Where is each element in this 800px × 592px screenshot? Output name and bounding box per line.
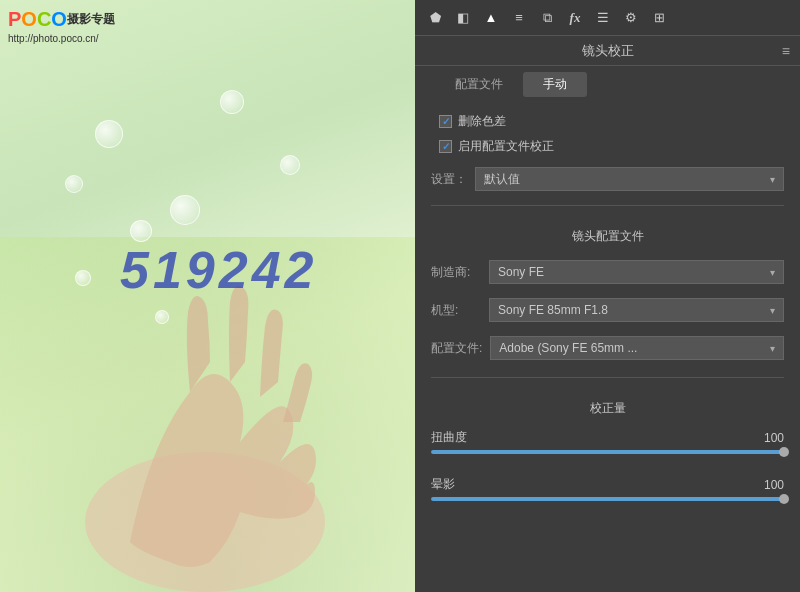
vignette-value: 100 xyxy=(754,478,784,492)
divider-2 xyxy=(431,377,784,378)
poco-logo: POCO 摄影专题 xyxy=(8,8,115,31)
checkbox-remove-ca-row: 删除色差 xyxy=(439,113,784,130)
toolbar-icon-camera[interactable]: ⬟ xyxy=(423,6,447,30)
checkbox-remove-ca[interactable] xyxy=(439,115,452,128)
checkbox-enable-profile-row: 启用配置文件校正 xyxy=(439,138,784,155)
toolbar-icon-gear[interactable]: ⚙ xyxy=(619,6,643,30)
model-row: 机型: Sony FE 85mm F1.8 ▾ xyxy=(431,298,784,322)
toolbar-icon-triangle[interactable]: ▲ xyxy=(479,6,503,30)
divider-1 xyxy=(431,205,784,206)
manufacturer-select[interactable]: Sony FE ▾ xyxy=(489,260,784,284)
vignette-slider-row: 晕影 100 xyxy=(431,476,784,501)
checkbox-enable-profile-label: 启用配置文件校正 xyxy=(458,138,554,155)
vignette-header: 晕影 100 xyxy=(431,476,784,493)
bubble xyxy=(220,90,244,114)
right-panel: ⬟ ◧ ▲ ≡ ⧉ fx ☰ ⚙ ⊞ 镜头校正 ≡ 配置文件 手动 删除色差 启… xyxy=(415,0,800,592)
profile-file-value: Adobe (Sony FE 65mm ... xyxy=(499,341,637,355)
vignette-label: 晕影 xyxy=(431,476,455,493)
watermark-number: 519242 xyxy=(120,240,318,300)
manufacturer-value: Sony FE xyxy=(498,265,544,279)
toolbar-icon-grid[interactable]: ◧ xyxy=(451,6,475,30)
distortion-value: 100 xyxy=(754,431,784,445)
settings-arrow: ▾ xyxy=(770,174,775,185)
distortion-thumb[interactable] xyxy=(779,447,789,457)
manufacturer-row: 制造商: Sony FE ▾ xyxy=(431,260,784,284)
vignette-thumb[interactable] xyxy=(779,494,789,504)
settings-value: 默认值 xyxy=(484,171,520,188)
content-area: 删除色差 启用配置文件校正 设置： 默认值 ▾ 镜头配置文件 制造商: Sony… xyxy=(415,103,800,592)
model-value: Sony FE 85mm F1.8 xyxy=(498,303,608,317)
checkbox-enable-profile[interactable] xyxy=(439,140,452,153)
hand-image xyxy=(30,142,380,592)
vignette-fill xyxy=(431,497,784,501)
profile-file-label: 配置文件: xyxy=(431,340,482,357)
model-label: 机型: xyxy=(431,302,481,319)
distortion-label: 扭曲度 xyxy=(431,429,467,446)
settings-label: 设置： xyxy=(431,171,467,188)
tab-profile[interactable]: 配置文件 xyxy=(435,72,523,97)
lens-profile-title: 镜头配置文件 xyxy=(431,228,784,245)
profile-file-row: 配置文件: Adobe (Sony FE 65mm ... ▾ xyxy=(431,336,784,360)
settings-row: 设置： 默认值 ▾ xyxy=(431,167,784,191)
model-select[interactable]: Sony FE 85mm F1.8 ▾ xyxy=(489,298,784,322)
watermark-subtitle: 摄影专题 xyxy=(67,11,115,28)
model-arrow: ▾ xyxy=(770,305,775,316)
toolbar-icon-bars[interactable]: ⧉ xyxy=(535,6,559,30)
profile-file-arrow: ▾ xyxy=(770,343,775,354)
photo-panel: POCO 摄影专题 http://photo.poco.cn/ 519242 xyxy=(0,0,415,592)
settings-select[interactable]: 默认值 ▾ xyxy=(475,167,784,191)
toolbar-icon-lines[interactable]: ≡ xyxy=(507,6,531,30)
watermark-url: http://photo.poco.cn/ xyxy=(8,33,115,44)
manufacturer-arrow: ▾ xyxy=(770,267,775,278)
checkbox-remove-ca-label: 删除色差 xyxy=(458,113,506,130)
tab-manual[interactable]: 手动 xyxy=(523,72,587,97)
toolbar: ⬟ ◧ ▲ ≡ ⧉ fx ☰ ⚙ ⊞ xyxy=(415,0,800,36)
corrections-title: 校正量 xyxy=(431,400,784,417)
panel-title: 镜头校正 xyxy=(582,42,634,60)
tab-bar: 配置文件 手动 xyxy=(415,66,800,103)
distortion-header: 扭曲度 100 xyxy=(431,429,784,446)
toolbar-icon-menu[interactable]: ☰ xyxy=(591,6,615,30)
vignette-track[interactable] xyxy=(431,497,784,501)
watermark: POCO 摄影专题 http://photo.poco.cn/ xyxy=(8,8,115,44)
panel-menu-button[interactable]: ≡ xyxy=(782,43,790,59)
profile-file-select[interactable]: Adobe (Sony FE 65mm ... ▾ xyxy=(490,336,784,360)
panel-header: 镜头校正 ≡ xyxy=(415,36,800,66)
toolbar-icon-fx[interactable]: fx xyxy=(563,6,587,30)
distortion-track[interactable] xyxy=(431,450,784,454)
manufacturer-label: 制造商: xyxy=(431,264,481,281)
distortion-slider-row: 扭曲度 100 xyxy=(431,429,784,454)
toolbar-icon-grid2[interactable]: ⊞ xyxy=(647,6,671,30)
distortion-fill xyxy=(431,450,784,454)
